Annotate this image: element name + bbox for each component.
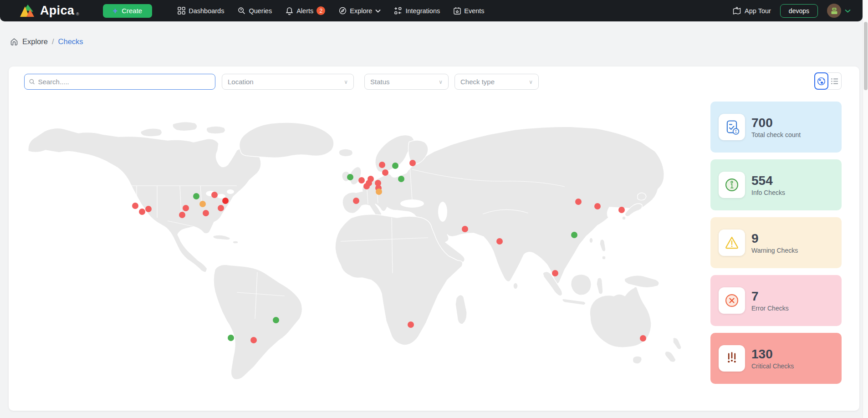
nav-item-dashboards[interactable]: Dashboards <box>178 7 224 15</box>
search-input[interactable] <box>38 78 210 86</box>
triple-exclamation-icon <box>724 350 740 367</box>
chevron-down-icon: ∨ <box>529 79 533 85</box>
check-location-marker[interactable] <box>618 207 625 213</box>
stat-card-warning[interactable]: 9 Warning Checks <box>710 217 842 268</box>
map-tour-icon <box>733 7 741 15</box>
check-location-marker[interactable] <box>382 169 388 176</box>
devops-user-button[interactable]: devops <box>780 4 818 18</box>
check-location-marker[interactable] <box>139 209 145 215</box>
check-location-marker[interactable] <box>408 321 414 328</box>
scrollbar-thumb[interactable] <box>864 22 868 90</box>
nav-label: Events <box>464 7 484 15</box>
create-button-label: Create <box>122 7 142 15</box>
continents <box>28 122 681 379</box>
icon-tile <box>719 345 745 372</box>
map-view-button[interactable] <box>814 72 828 90</box>
check-location-marker[interactable] <box>462 226 468 232</box>
check-location-marker[interactable] <box>409 160 416 166</box>
check-location-marker[interactable] <box>496 238 503 245</box>
stat-value: 7 <box>751 289 789 304</box>
check-location-marker[interactable] <box>640 335 646 342</box>
primary-nav: Dashboards Queries Alerts 2 Explore <box>178 6 484 15</box>
check-location-marker[interactable] <box>358 177 365 184</box>
svg-text:Σ: Σ <box>735 129 737 134</box>
check-type-select-value: Check type <box>460 78 495 86</box>
check-location-marker[interactable] <box>552 270 558 276</box>
check-location-marker[interactable] <box>363 183 370 189</box>
breadcrumb: Explore / Checks <box>10 37 83 46</box>
check-location-marker[interactable] <box>398 176 404 182</box>
check-location-marker[interactable] <box>379 162 385 168</box>
brand-name: Apica <box>40 4 74 18</box>
check-location-marker[interactable] <box>193 193 199 199</box>
check-location-marker[interactable] <box>132 203 138 209</box>
nav-item-explore[interactable]: Explore <box>339 7 381 15</box>
check-location-marker[interactable] <box>273 317 279 323</box>
check-location-marker[interactable] <box>145 206 152 212</box>
top-navigation-bar: Apica ® + Create Dashboards Queries <box>0 0 863 21</box>
warning-triangle-icon <box>724 234 740 251</box>
nav-item-alerts[interactable]: Alerts 2 <box>286 6 325 15</box>
check-location-marker[interactable] <box>183 205 189 211</box>
check-location-marker[interactable] <box>575 199 582 205</box>
stat-value: 9 <box>751 231 798 246</box>
user-menu[interactable] <box>827 4 851 18</box>
check-location-marker[interactable] <box>222 198 229 204</box>
check-location-marker[interactable] <box>179 212 185 218</box>
nav-right-section: App Tour devops <box>733 4 851 18</box>
check-location-marker[interactable] <box>347 174 353 180</box>
registered-mark: ® <box>76 12 79 16</box>
stat-card-total[interactable]: Σ 700 Total check count <box>710 102 842 153</box>
compass-icon <box>339 7 347 15</box>
nav-item-queries[interactable]: Queries <box>238 7 272 15</box>
alerts-badge: 2 <box>317 6 325 15</box>
avatar <box>827 4 841 18</box>
app-tour-label: App Tour <box>745 7 771 15</box>
list-view-button[interactable] <box>827 72 842 90</box>
check-location-marker[interactable] <box>392 163 398 169</box>
chevron-down-icon <box>375 9 381 13</box>
icon-tile <box>719 287 745 314</box>
check-location-marker[interactable] <box>218 205 224 211</box>
plus-icon: + <box>113 7 118 15</box>
calendar-icon <box>454 7 461 15</box>
stat-card-critical[interactable]: 130 Critical Checks <box>710 333 842 384</box>
apica-logo-mark <box>19 4 36 18</box>
check-location-marker[interactable] <box>353 198 359 204</box>
app-tour-button[interactable]: App Tour <box>733 7 771 15</box>
list-icon <box>831 78 838 85</box>
stat-label: Critical Checks <box>751 362 794 370</box>
status-select[interactable]: Status ∨ <box>364 74 449 90</box>
grid-icon <box>178 7 185 15</box>
stat-card-error[interactable]: 7 Error Checks <box>710 275 842 326</box>
create-button[interactable]: + Create <box>103 4 153 18</box>
nav-item-events[interactable]: Events <box>454 7 484 15</box>
nav-label: Explore <box>350 7 372 15</box>
check-type-select[interactable]: Check type ∨ <box>454 74 539 90</box>
stat-card-info[interactable]: 554 Info Checks <box>710 159 842 210</box>
search-box <box>24 74 215 90</box>
check-location-marker[interactable] <box>228 335 234 341</box>
check-location-marker[interactable] <box>594 203 601 209</box>
check-location-marker[interactable] <box>203 210 209 216</box>
stat-label: Error Checks <box>751 305 789 312</box>
nav-item-integrations[interactable]: Integrations <box>394 7 440 15</box>
page-scrollbar[interactable] <box>863 0 868 418</box>
sum-document-icon: Σ <box>724 119 740 135</box>
globe-icon <box>817 77 826 86</box>
icon-tile: Σ <box>719 114 745 140</box>
home-icon[interactable] <box>10 38 18 46</box>
chevron-down-icon: ∨ <box>439 79 443 85</box>
search-icon <box>29 79 35 85</box>
check-location-marker[interactable] <box>571 232 577 238</box>
check-location-marker[interactable] <box>376 189 382 195</box>
check-location-marker[interactable] <box>199 201 206 207</box>
integrations-icon <box>394 7 402 15</box>
nav-label: Alerts <box>296 7 313 15</box>
check-location-marker[interactable] <box>250 337 257 343</box>
nav-label: Queries <box>249 7 272 15</box>
apica-logo[interactable]: Apica ® <box>19 4 79 18</box>
check-location-marker[interactable] <box>211 192 218 198</box>
location-select[interactable]: Location ∨ <box>222 74 354 90</box>
breadcrumb-parent[interactable]: Explore <box>22 37 48 46</box>
